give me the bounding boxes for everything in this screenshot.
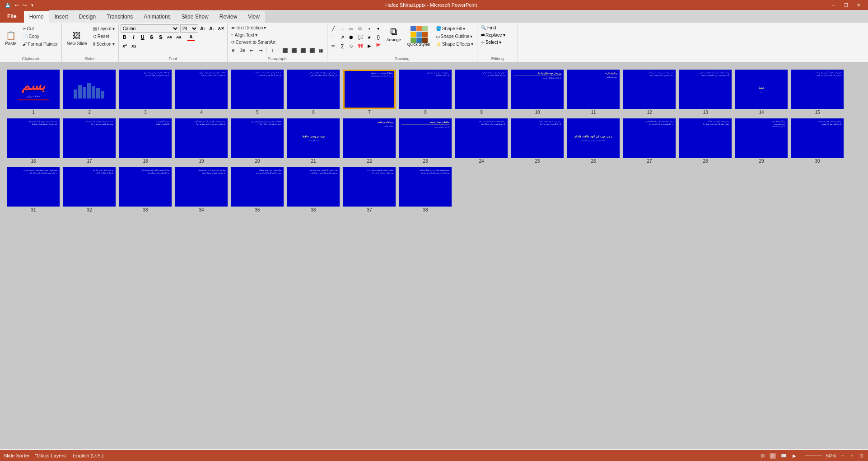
slide-thumb-23[interactable]: حافظ در جهان عربده از دست صوفی مست <box>399 118 452 158</box>
increase-font-button[interactable]: A↑ <box>199 24 207 33</box>
subscript-button[interactable]: x₂ <box>130 42 138 50</box>
tab-home[interactable]: Home <box>24 10 49 23</box>
strikethrough-button[interactable]: S <box>148 33 156 41</box>
slide-item-22[interactable]: زین‌العابدین نظمی تصنیف بهاری 22 <box>343 118 396 164</box>
slide-thumb-10[interactable]: روز وصل دوستداران یاد باد یاد باد آن روز… <box>511 70 564 109</box>
pentagon-shape[interactable]: ⬟ <box>347 33 355 41</box>
numbering-button[interactable]: 1≡ <box>238 46 247 54</box>
justify-button[interactable]: ⬛ <box>308 46 316 54</box>
slide-item-34[interactable]: همه عمر برندارم سر از این شرم مستیکه چو … <box>175 167 228 212</box>
bold-button[interactable]: B <box>121 33 129 41</box>
minimize-button[interactable]: ─ <box>827 1 839 9</box>
oval-shape[interactable]: ⬭ <box>356 24 364 33</box>
tab-view[interactable]: View <box>243 11 265 23</box>
font-color-button[interactable]: A <box>187 33 195 41</box>
arrange-button[interactable]: ⧉ Arrange <box>384 24 403 43</box>
tab-file[interactable]: File <box>0 10 24 23</box>
slide-item-1[interactable]: بسم حافظ شیرازی 1 <box>7 70 60 115</box>
paste-button[interactable]: 📋 Paste <box>2 24 20 52</box>
align-text-button[interactable]: ≡ Align Text ▾ <box>229 32 259 38</box>
slide-thumb-5[interactable]: بیا که قصر امل سخت سست بنیاد استبیار باد… <box>231 70 284 109</box>
slide-thumb-11[interactable]: زیبا بهار دل‌ها نسیم صبحگاهی <box>567 70 620 109</box>
slide-item-5[interactable]: بیا که قصر امل سخت سست بنیاد استبیار باد… <box>231 70 284 115</box>
ribbon-shape[interactable]: 🎀 <box>356 42 364 50</box>
slide-thumb-32[interactable]: هر که را دستی بود در کار خیرنام نیک از ن… <box>63 167 116 207</box>
slide-item-36[interactable]: بلبل از فیض گل آموخت سخن ورنه نبوداین هم… <box>287 167 340 212</box>
tab-design[interactable]: Design <box>74 11 101 23</box>
callout-shape[interactable]: 💬 <box>356 33 364 41</box>
copy-button[interactable]: 📄 Copy <box>21 33 60 40</box>
slide-item-28[interactable]: از سر مقبره ما آواز درد ناله آیدبشنو از … <box>679 118 732 164</box>
underline-button[interactable]: U <box>139 33 147 41</box>
decrease-font-button[interactable]: A↓ <box>208 24 216 33</box>
slide-item-7[interactable]: حافظ اگر قدم زنی در ره عشقپا به پا باید … <box>343 70 396 115</box>
slide-item-38[interactable]: سینه ما همچو سنگ و دل چو سنگ خارا شدصد ف… <box>399 167 452 212</box>
shape-fill-button[interactable]: 🪣 Shape Fill ▾ <box>434 25 475 32</box>
slide-item-32[interactable]: هر که را دستی بود در کار خیرنام نیک از ن… <box>63 167 116 212</box>
customize-button[interactable]: ▾ <box>30 2 35 9</box>
layout-button[interactable]: ▤ Layout ▾ <box>91 25 117 32</box>
select-button[interactable]: ⊹ Select ▾ <box>479 39 516 46</box>
bracket-shape[interactable]: {} <box>374 33 383 41</box>
slide-item-23[interactable]: حافظ در جهان عربده از دست صوفی مست 23 <box>399 118 452 164</box>
slide-item-10[interactable]: روز وصل دوستداران یاد باد یاد باد آن روز… <box>511 70 564 115</box>
slide-thumb-31[interactable]: حافظ خوش است و عیش خوش و دولت جاوداندر س… <box>7 167 60 207</box>
slide-item-37[interactable]: شاهد آن نیست که مویی و میانی داردبنده طل… <box>343 167 396 212</box>
char-spacing-button[interactable]: AV <box>166 33 174 41</box>
shape-outline-button[interactable]: ▭ Shape Outline ▾ <box>434 33 475 40</box>
close-button[interactable]: ✕ <box>853 1 864 9</box>
section-button[interactable]: § Section ▾ <box>91 41 117 47</box>
tab-slideshow[interactable]: Slide Show <box>176 11 214 23</box>
slide-item-33[interactable]: چنان که خوشه‌ی انگور است دسترنج مابه رنگ… <box>119 167 172 212</box>
slide-item-27[interactable]: از هر طرف دامی نهاد و کمند افکنده بوددر … <box>623 118 676 164</box>
align-right-button[interactable]: ⬛ <box>299 46 307 54</box>
slide-thumb-34[interactable]: همه عمر برندارم سر از این شرم مستیکه چو … <box>175 167 228 207</box>
slide-item-3[interactable]: ای قافله سالار عشق این بار چه داریمی‌برد… <box>119 70 172 115</box>
slide-item-18[interactable]: شربت: آزادی داردگرانمایه‌تر از مُلک‌ها18 <box>119 118 172 164</box>
slide-thumb-12[interactable]: دلم از وحشت زندان سکندر بگرفترخت بربندم … <box>623 70 676 109</box>
slide-item-2[interactable]: 2 <box>63 70 116 115</box>
connector-shape[interactable]: ↗ <box>338 33 346 41</box>
shape-effects-button[interactable]: ✨ Shape Effects ▾ <box>434 41 475 47</box>
superscript-button[interactable]: x² <box>121 42 129 50</box>
shadow-button[interactable]: S <box>157 33 165 41</box>
slide-thumb-36[interactable]: بلبل از فیض گل آموخت سخن ورنه نبوداین هم… <box>287 167 340 207</box>
curve-shape[interactable]: ⌒ <box>329 33 337 41</box>
slide-thumb-25[interactable]: ز سر تربت ما بوی محبت شنویدکه زیارتگه رن… <box>511 118 564 158</box>
action-shape[interactable]: ▶ <box>365 42 373 50</box>
slide-item-35[interactable]: صبا به خوش خبری هدهد سلیمانمبرس به لاله … <box>231 167 284 212</box>
slide-thumb-13[interactable]: یوسف گم‌گشته باز آید به کنعان غم مخورکلب… <box>679 70 732 109</box>
arrow-shape[interactable]: → <box>338 24 346 33</box>
increase-indent-button[interactable]: ⇥ <box>257 46 265 54</box>
slide-item-25[interactable]: ز سر تربت ما بوی محبت شنویدکه زیارتگه رن… <box>511 118 564 164</box>
slide-item-31[interactable]: حافظ خوش است و عیش خوش و دولت جاوداندر س… <box>7 167 60 212</box>
slide-thumb-27[interactable]: از هر طرف دامی نهاد و کمند افکنده بوددر … <box>623 118 676 158</box>
slide-thumb-26[interactable]: ز من عیب کن آنچه طاقت فمّه‌ام کدامه خوان… <box>567 118 620 158</box>
save-button[interactable]: 💾 <box>4 2 12 9</box>
line-spacing-button[interactable]: ↕ <box>269 46 277 54</box>
line-shape[interactable]: ╱ <box>329 24 337 33</box>
banner-shape[interactable]: 🚩 <box>374 42 383 50</box>
slide-thumb-21[interactable]: توبه در وصف حافظ با می لعل به یاد <box>287 118 340 158</box>
reset-button[interactable]: ↺ Reset <box>91 33 117 40</box>
slide-item-14[interactable]: صنما مهی 14 <box>735 70 788 115</box>
slide-item-11[interactable]: زیبا بهار دل‌ها نسیم صبحگاهی 11 <box>567 70 620 115</box>
slide-thumb-19[interactable]: به می سجاده رنگین کن گرت پیر مغان گویدکه… <box>175 118 228 158</box>
slide-item-20[interactable]: حافظا می خور و رندی کن و خوش باش ولیدام … <box>231 118 284 164</box>
slide-item-13[interactable]: یوسف گم‌گشته باز آید به کنعان غم مخورکلب… <box>679 70 732 115</box>
slide-item-26[interactable]: ز من عیب کن آنچه طاقت فمّه‌ام کدامه خوان… <box>567 118 620 164</box>
text-direction-button[interactable]: ⬌ Text Direction ▾ <box>229 24 268 31</box>
slide-thumb-2[interactable] <box>63 70 116 109</box>
slide-thumb-38[interactable]: سینه ما همچو سنگ و دل چو سنگ خارا شدصد ف… <box>399 167 452 207</box>
tab-insert[interactable]: Insert <box>49 11 74 23</box>
shapes-expand[interactable]: ▾ <box>374 24 383 33</box>
restore-button[interactable]: ❐ <box>840 1 852 9</box>
rect-shape[interactable]: ▭ <box>347 24 355 33</box>
replace-button[interactable]: ⇄ Replace ▾ <box>479 32 516 38</box>
slide-item-16[interactable]: شب تاریک و بیم موج و گردابی چنین هائلکجا… <box>7 118 60 164</box>
font-size-select[interactable]: 24 <box>180 24 198 33</box>
columns-button[interactable]: ▦ <box>317 46 325 54</box>
slide-thumb-17[interactable]: ما که دیدیم بسی عیش و طرب در دنیاسخن نغز… <box>63 118 116 158</box>
slide-item-4[interactable]: حافظ به خود نپوشید این خرقه می‌آلودای شی… <box>175 70 228 115</box>
slide-item-24[interactable]: ز شمع صحبت ما هر که پای کش رفتارکه دیده‌… <box>455 118 508 164</box>
